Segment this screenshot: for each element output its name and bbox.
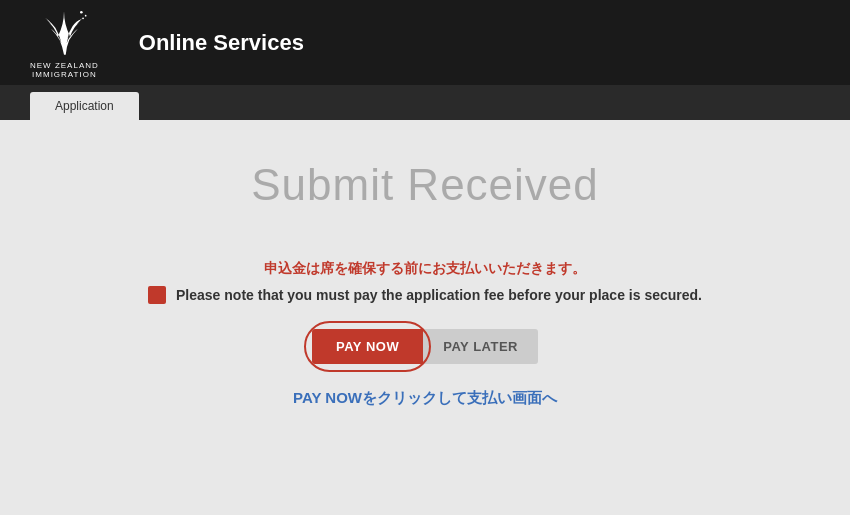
page-heading: Submit Received (251, 160, 599, 210)
main-content: Submit Received 申込金は席を確保する前にお支払いいただきます。 … (0, 120, 850, 515)
notice-row: Please note that you must pay the applic… (148, 286, 702, 304)
notice-area: 申込金は席を確保する前にお支払いいただきます。 Please note that… (148, 260, 702, 304)
svg-point-1 (85, 14, 87, 16)
fern-logo-icon (38, 7, 90, 59)
logo: NEW ZEALAND IMMIGRATION (30, 7, 99, 79)
notice-icon (148, 286, 166, 304)
pay-later-button[interactable]: PAY LATER (423, 329, 538, 364)
svg-point-2 (83, 17, 85, 19)
svg-point-0 (80, 10, 83, 13)
tab-strip: Application (0, 85, 850, 120)
logo-text: NEW ZEALAND IMMIGRATION (30, 61, 99, 79)
header: NEW ZEALAND IMMIGRATION Online Services (0, 0, 850, 85)
tab-application[interactable]: Application (30, 92, 139, 120)
pay-now-wrapper: PAY NOW (312, 329, 423, 364)
english-notice-text: Please note that you must pay the applic… (176, 287, 702, 303)
pay-now-link[interactable]: PAY NOWをクリックして支払い画面へ (293, 389, 557, 408)
pay-now-button[interactable]: PAY NOW (312, 329, 423, 364)
header-title: Online Services (139, 30, 304, 56)
payment-buttons: PAY NOW PAY LATER (312, 329, 538, 364)
japanese-notice-text: 申込金は席を確保する前にお支払いいただきます。 (264, 260, 586, 278)
